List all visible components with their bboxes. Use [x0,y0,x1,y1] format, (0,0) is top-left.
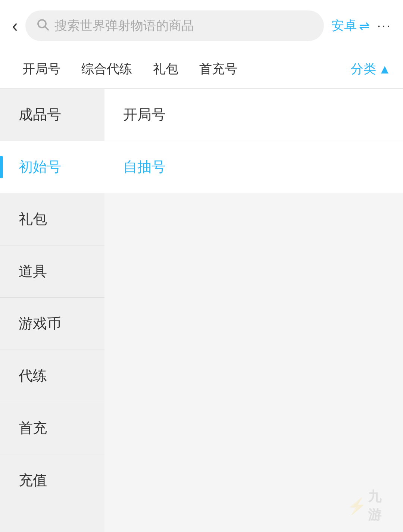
tab-zonghedailian-label: 综合代练 [81,62,132,76]
sidebar-item-shouchong-label: 首充 [19,420,47,436]
sidebar-item-chushihao[interactable]: 初始号 [0,141,104,193]
header-right: 安卓 ⇌ ··· [331,17,391,34]
sidebar-item-libao-label: 礼包 [19,211,47,227]
sidebar: 成品号 初始号 礼包 道具 游戏币 代练 首充 充值 [0,89,104,532]
android-text: 安卓 [331,17,357,34]
tab-shouchonghao-label: 首充号 [199,62,237,76]
tab-zonghedailian[interactable]: 综合代练 [71,50,143,88]
sidebar-item-daoju-label: 道具 [19,263,47,279]
sidebar-item-libao[interactable]: 礼包 [0,193,104,245]
sidebar-item-youxibi-label: 游戏币 [19,316,61,331]
sidebar-item-chongzhi-label: 充值 [19,472,47,488]
sidebar-item-dailian-label: 代练 [19,368,47,384]
tab-kaijuhao[interactable]: 开局号 [12,50,71,88]
right-panel: 开局号 自抽号 [104,89,403,532]
right-item-zichouhao[interactable]: 自抽号 [104,141,403,193]
sidebar-item-youxibi[interactable]: 游戏币 [0,298,104,350]
right-item-kaijuhao-label: 开局号 [123,107,166,122]
main-content: 成品号 初始号 礼包 道具 游戏币 代练 首充 充值 开局号 自抽号 [0,89,403,532]
right-item-kaijuhao[interactable]: 开局号 [104,89,403,141]
back-button[interactable]: ‹ [12,17,18,35]
android-arrow-icon: ⇌ [359,18,369,33]
sidebar-item-chengpinhao-label: 成品号 [19,107,61,122]
right-item-zichouhao-label: 自抽号 [123,159,166,175]
more-button[interactable]: ··· [377,18,391,34]
classify-button[interactable]: 分类 ▲ [343,50,391,88]
search-placeholder-text: 搜索世界弹射物语的商品 [54,17,313,34]
sidebar-item-chengpinhao[interactable]: 成品号 [0,89,104,141]
tab-libao-label: 礼包 [153,62,178,76]
classify-label: 分类 [351,60,376,78]
sidebar-item-shouchong[interactable]: 首充 [0,402,104,454]
sidebar-item-dailian[interactable]: 代练 [0,350,104,402]
search-icon [36,18,49,34]
header: ‹ 搜索世界弹射物语的商品 安卓 ⇌ ··· [0,0,403,50]
tab-libao[interactable]: 礼包 [143,50,189,88]
search-bar[interactable]: 搜索世界弹射物语的商品 [25,10,324,41]
classify-arrow-icon: ▲ [378,62,391,76]
svg-line-1 [45,26,48,29]
android-label[interactable]: 安卓 ⇌ [331,17,369,34]
tab-shouchonghao[interactable]: 首充号 [189,50,248,88]
sidebar-item-chongzhi[interactable]: 充值 [0,454,104,506]
sidebar-item-chushihao-label: 初始号 [19,159,61,175]
tab-bar: 开局号 综合代练 礼包 首充号 分类 ▲ [0,50,403,89]
sidebar-item-daoju[interactable]: 道具 [0,245,104,298]
tab-kaijuhao-label: 开局号 [22,62,60,76]
